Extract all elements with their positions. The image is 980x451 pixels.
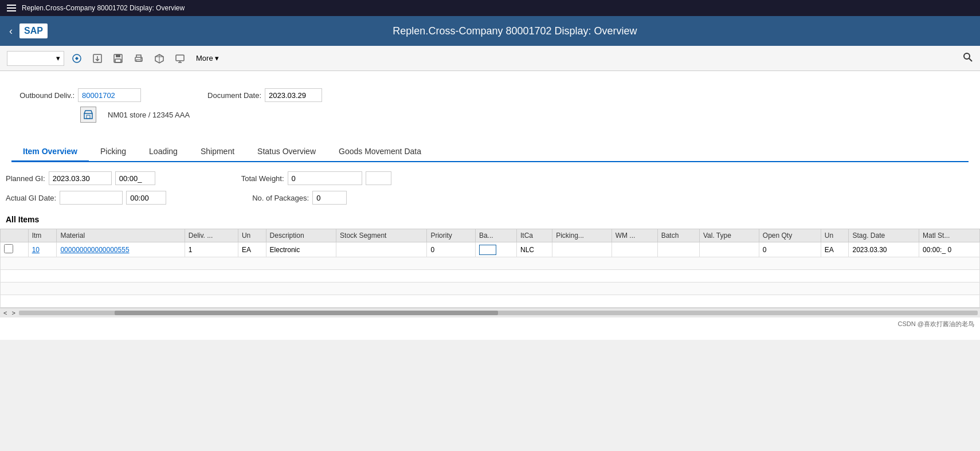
chevron-down-icon: ▾ xyxy=(215,54,219,62)
total-weight-unit-input[interactable] xyxy=(366,171,391,185)
cell-priority: 0 xyxy=(427,242,475,257)
cell-itm[interactable]: 10 xyxy=(28,242,57,257)
col-itca: ItCa xyxy=(517,229,552,242)
scroll-row: < > xyxy=(0,308,980,317)
more-button[interactable]: More ▾ xyxy=(193,52,222,64)
scroll-right-arrow[interactable]: > xyxy=(10,309,16,316)
tab-shipment[interactable]: Shipment xyxy=(189,142,246,162)
title-bar: Replen.Cross-Company 80001702 Display: O… xyxy=(0,0,980,16)
col-un: Un xyxy=(238,229,266,242)
store-icon-button[interactable] xyxy=(80,107,96,123)
more-label: More xyxy=(196,54,213,62)
scrollbar-track[interactable] xyxy=(19,311,978,315)
item-form-row-2: Actual GI Date: No. of Packages: xyxy=(0,191,980,205)
svg-rect-3 xyxy=(116,54,120,57)
actual-gi-date-input[interactable] xyxy=(60,191,123,205)
cell-picking xyxy=(552,242,612,257)
scroll-left-arrow[interactable]: < xyxy=(2,309,8,316)
search-button[interactable] xyxy=(963,52,973,65)
toolbar-icon-edit[interactable] xyxy=(69,52,85,65)
total-weight-input[interactable] xyxy=(288,171,362,185)
back-button[interactable]: ‹ xyxy=(9,25,13,37)
save-icon xyxy=(113,53,123,64)
items-table: Itm Material Deliv. ... Un Description S… xyxy=(0,229,980,308)
toolbar-dropdown[interactable]: ▾ xyxy=(7,51,64,66)
svg-rect-4 xyxy=(115,59,121,62)
store-icon xyxy=(84,110,93,119)
document-date-input[interactable] xyxy=(265,88,322,102)
svg-line-10 xyxy=(969,58,972,61)
col-un2: Un xyxy=(821,229,849,242)
toolbar-icon-export[interactable] xyxy=(89,52,105,65)
col-check xyxy=(1,229,29,242)
actual-gi-time-input[interactable] xyxy=(126,191,166,205)
actual-gi-label: Actual GI Date: xyxy=(6,194,56,202)
cell-batch xyxy=(657,242,699,257)
toolbar-icon-print[interactable] xyxy=(131,52,147,65)
total-weight-group: Total Weight: xyxy=(241,171,391,185)
cell-un2: EA xyxy=(821,242,849,257)
window-title: Replen.Cross-Company 80001702 Display: O… xyxy=(22,4,185,12)
tab-loading[interactable]: Loading xyxy=(138,142,189,162)
form-row-1: Outbound Deliv.: Document Date: xyxy=(11,88,969,102)
col-matl-st: Matl St... xyxy=(919,229,980,242)
row-checkbox[interactable] xyxy=(4,244,13,253)
cell-un: EA xyxy=(238,242,266,257)
toolbar-icon-box[interactable] xyxy=(151,52,167,65)
table-wrapper: Itm Material Deliv. ... Un Description S… xyxy=(0,229,980,308)
cell-ba[interactable] xyxy=(475,242,516,257)
svg-rect-11 xyxy=(84,113,92,119)
export-icon xyxy=(92,53,103,64)
outbound-deliv-input[interactable] xyxy=(78,88,141,102)
col-description: Description xyxy=(266,229,336,242)
col-priority: Priority xyxy=(427,229,475,242)
item-form-row-1: Planned GI: Total Weight: xyxy=(0,171,980,185)
table-header-row: Itm Material Deliv. ... Un Description S… xyxy=(1,229,980,242)
planned-gi-group: Planned GI: xyxy=(6,171,155,185)
tab-status-overview[interactable]: Status Overview xyxy=(246,142,327,162)
cell-description: Electronic xyxy=(266,242,336,257)
header-bar: ‹ SAP Replen.Cross-Company 80001702 Disp… xyxy=(0,16,980,46)
tab-goods-movement[interactable]: Goods Movement Data xyxy=(327,142,433,162)
hamburger-menu[interactable] xyxy=(6,3,17,13)
ba-input[interactable] xyxy=(479,245,496,255)
col-picking: Picking... xyxy=(552,229,612,242)
table-row-empty-2 xyxy=(1,270,980,283)
total-weight-label: Total Weight: xyxy=(241,174,284,183)
sap-logo: SAP xyxy=(19,23,48,38)
cell-itca: NLC xyxy=(517,242,552,257)
content-area: Outbound Deliv.: Document Date: NM01 sto… xyxy=(0,71,980,162)
col-batch: Batch xyxy=(657,229,699,242)
tab-picking[interactable]: Picking xyxy=(89,142,138,162)
svg-rect-12 xyxy=(87,115,90,119)
scrollbar-thumb xyxy=(115,311,498,315)
document-date-label: Document Date: xyxy=(198,91,261,100)
store-text: NM01 store / 12345 AAA xyxy=(108,111,190,119)
print-icon xyxy=(134,53,144,64)
planned-gi-time-input[interactable] xyxy=(115,171,155,185)
cell-check xyxy=(1,242,29,257)
col-deliv: Deliv. ... xyxy=(185,229,238,242)
screen-icon xyxy=(175,53,185,64)
planned-gi-label: Planned GI: xyxy=(6,174,45,183)
svg-rect-6 xyxy=(136,60,141,61)
all-items-heading: All Items xyxy=(0,210,980,229)
cell-material[interactable]: 000000000000000555 xyxy=(57,242,185,257)
svg-point-7 xyxy=(140,58,142,59)
cell-stock-segment xyxy=(336,242,427,257)
toolbar-icon-screen[interactable] xyxy=(172,52,188,65)
form-section: Outbound Deliv.: Document Date: NM01 sto… xyxy=(11,83,969,133)
toolbar-icon-save[interactable] xyxy=(110,52,126,65)
item-overview-panel: Planned GI: Total Weight: Actual GI Date… xyxy=(0,162,980,340)
no-of-packages-group: No. of Packages: xyxy=(252,191,347,205)
col-val-type: Val. Type xyxy=(699,229,759,242)
outbound-deliv-label: Outbound Deliv.: xyxy=(11,91,75,100)
planned-gi-date-input[interactable] xyxy=(49,171,112,185)
watermark-text: CSDN @喜欢打酱油的老鸟 xyxy=(898,320,974,327)
form-row-2: NM01 store / 12345 AAA xyxy=(11,107,969,123)
col-stock-segment: Stock Segment xyxy=(336,229,427,242)
tab-item-overview[interactable]: Item Overview xyxy=(11,142,89,162)
cell-stag-date: 2023.03.30 xyxy=(849,242,919,257)
col-material: Material xyxy=(57,229,185,242)
no-of-packages-input[interactable] xyxy=(312,191,347,205)
